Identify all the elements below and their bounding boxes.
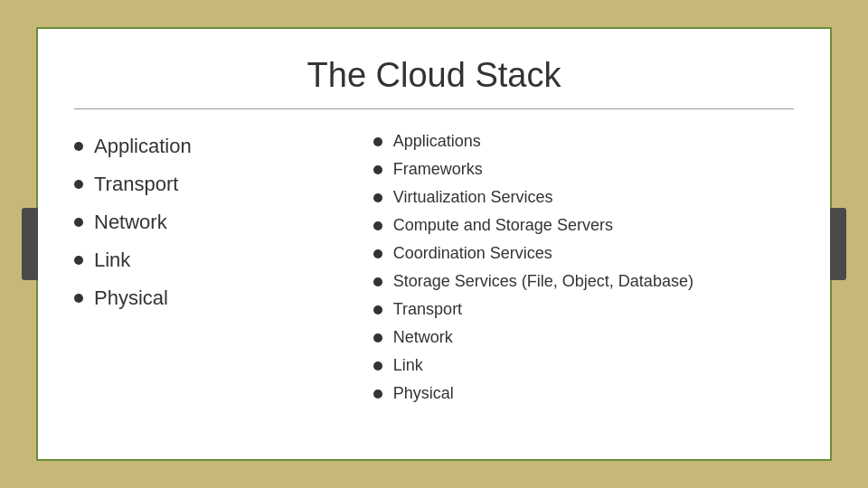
slide-container: The Cloud Stack ApplicationTransportNetw… xyxy=(36,27,832,461)
right-bullet-list: ApplicationsFrameworksVirtualization Ser… xyxy=(373,127,794,408)
list-item-label: Frameworks xyxy=(393,160,483,179)
list-item: Compute and Storage Servers xyxy=(373,211,794,239)
bullet-dot xyxy=(373,221,382,230)
list-item: Link xyxy=(74,241,337,279)
bullet-dot xyxy=(74,256,83,265)
bullet-dot xyxy=(74,218,83,227)
bullet-dot xyxy=(373,333,382,343)
left-bullet-list: ApplicationTransportNetworkLinkPhysical xyxy=(74,127,337,317)
bullet-dot xyxy=(373,165,382,174)
bullet-dot xyxy=(74,180,83,189)
list-item-label: Physical xyxy=(393,384,454,403)
list-item: Frameworks xyxy=(373,155,794,183)
list-item: Physical xyxy=(373,380,794,408)
list-item-label: Compute and Storage Servers xyxy=(393,216,613,235)
list-item-label: Virtualization Services xyxy=(393,188,553,207)
slide-title: The Cloud Stack xyxy=(74,56,794,109)
bullet-dot xyxy=(373,361,382,371)
list-item-label: Application xyxy=(94,135,192,158)
bullet-dot xyxy=(373,249,382,258)
list-item: Physical xyxy=(74,279,337,317)
list-item: Network xyxy=(74,203,337,241)
list-item: Link xyxy=(373,352,794,380)
list-item: Storage Services (File, Object, Database… xyxy=(373,267,794,296)
left-column: ApplicationTransportNetworkLinkPhysical xyxy=(74,127,355,408)
tab-left xyxy=(22,208,38,280)
list-item-label: Applications xyxy=(393,132,481,151)
bullet-dot xyxy=(373,277,382,286)
list-item-label: Link xyxy=(393,356,423,375)
list-item-label: Storage Services (File, Object, Database… xyxy=(393,272,693,291)
list-item: Virtualization Services xyxy=(373,183,794,211)
list-item-label: Physical xyxy=(94,286,168,310)
list-item-label: Network xyxy=(94,211,167,234)
bullet-dot xyxy=(74,294,83,303)
list-item: Transport xyxy=(373,296,794,324)
bullet-dot xyxy=(373,193,382,202)
list-item-label: Network xyxy=(393,328,453,347)
list-item: Coordination Services xyxy=(373,239,794,267)
list-item: Applications xyxy=(373,127,794,155)
bullet-dot xyxy=(373,305,382,314)
content-area: ApplicationTransportNetworkLinkPhysical … xyxy=(74,127,794,408)
list-item-label: Coordination Services xyxy=(393,244,552,263)
list-item-label: Transport xyxy=(393,300,462,319)
right-column: ApplicationsFrameworksVirtualization Ser… xyxy=(355,127,794,408)
list-item: Network xyxy=(373,324,794,352)
list-item: Application xyxy=(74,127,337,165)
list-item: Transport xyxy=(74,165,337,203)
bullet-dot xyxy=(373,137,382,146)
bullet-dot xyxy=(74,142,83,151)
list-item-label: Transport xyxy=(94,173,178,196)
list-item-label: Link xyxy=(94,249,130,272)
bullet-dot xyxy=(373,389,382,399)
tab-right xyxy=(830,208,846,280)
